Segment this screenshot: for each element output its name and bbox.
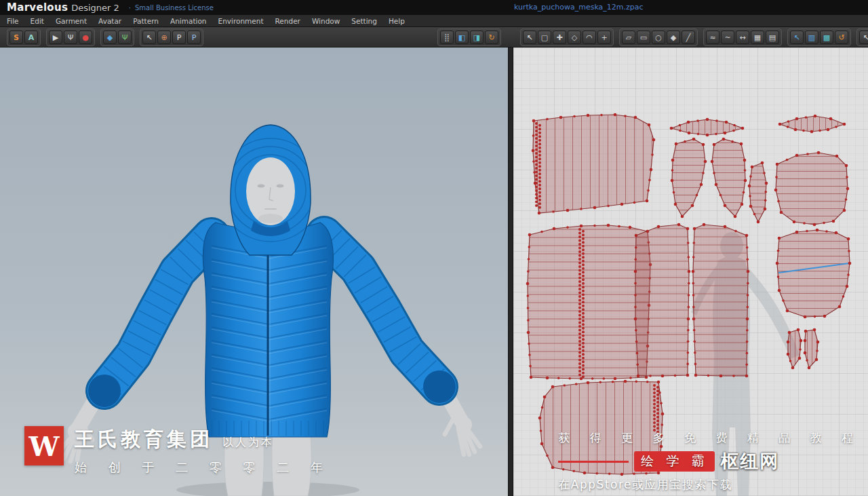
pose-avatar-icon: Ψ: [68, 34, 74, 41]
pattern-piece-hood-back[interactable]: [774, 151, 850, 227]
show-grid-icon: ▩: [823, 34, 830, 41]
box-select-button[interactable]: ▢: [538, 31, 551, 44]
reset-view-icon: ↺: [838, 34, 844, 41]
select-tool-button[interactable]: ↖: [142, 31, 156, 44]
snap-grid-button[interactable]: ⣿: [440, 31, 454, 44]
promo-divider-line: [558, 461, 629, 463]
internal-line-button[interactable]: ╱: [682, 31, 695, 44]
edit-curve-button[interactable]: ◠: [583, 31, 596, 44]
record-button[interactable]: ●: [79, 31, 92, 44]
cursor-icon: ↖: [146, 34, 152, 41]
mode-group: SA: [7, 28, 41, 46]
add-point-icon: +: [601, 34, 607, 41]
add-point-button[interactable]: +: [597, 31, 611, 44]
grading-icon: ▤: [769, 34, 776, 41]
play-icon: ▶: [53, 34, 58, 41]
cursor-icon: ↖: [526, 34, 532, 41]
circle-tool-button[interactable]: ○: [652, 31, 665, 44]
grading-tool-button[interactable]: ▤: [766, 31, 779, 44]
texture-tool-button[interactable]: ▦: [751, 31, 764, 44]
show-garment-button[interactable]: ◆: [103, 31, 117, 44]
app-logo-text: Marvelous: [7, 1, 68, 14]
edit-point-icon: ◇: [572, 34, 577, 41]
edit-point-button[interactable]: ◇: [568, 31, 581, 44]
dart-tool-button[interactable]: ◆: [667, 31, 680, 44]
menu-item-render[interactable]: Render: [275, 17, 300, 25]
reset-view-button[interactable]: ↺: [835, 31, 848, 44]
sync-3d-button[interactable]: ◧: [455, 31, 469, 44]
pin-p-icon: P: [177, 34, 182, 41]
animation-button[interactable]: A: [24, 31, 38, 44]
menu-bar: FileEditGarmentAvatarPatternAnimationEnv…: [0, 15, 868, 27]
seam-group: ≈~↔▦▤: [703, 28, 782, 46]
menu-item-environment[interactable]: Environment: [218, 17, 264, 25]
gizmo-icon: ⊕: [161, 34, 167, 41]
dot-grid-icon: ⣿: [444, 34, 450, 41]
pin-tool-button[interactable]: P: [172, 31, 186, 44]
watermark-founded: 始 创 于 二 零 零 二 年: [75, 459, 332, 476]
wangshi-logo: W: [24, 426, 64, 465]
menu-item-edit[interactable]: Edit: [31, 17, 44, 25]
pattern-piece-side-panel[interactable]: [776, 229, 852, 319]
gizmo-tool-button[interactable]: ⊕: [157, 31, 171, 44]
2d-pattern-viewport[interactable]: [513, 47, 868, 496]
promo-brand: 枢纽网: [720, 449, 779, 474]
avatar-right-eye: [277, 184, 284, 187]
garment-icon: ◆: [107, 34, 113, 41]
watermark-text: 王氏教育集团 以人为本 始 创 于 二 零 零 二 年: [75, 426, 332, 476]
play-button[interactable]: ▶: [49, 31, 62, 44]
pattern-piece-back-panel-left[interactable]: [634, 223, 691, 378]
sync-2d-icon: ◨: [473, 34, 480, 41]
sync-2d-button[interactable]: ◨: [470, 31, 484, 44]
pose-button[interactable]: Ψ: [64, 31, 77, 44]
select-alt-button[interactable]: ↖: [859, 31, 868, 44]
pattern-piece-back-panel-right[interactable]: [692, 223, 750, 378]
menu-item-setting[interactable]: Setting: [351, 17, 377, 25]
open-file-name: kurtka_puchowa_meska_12m.zpac: [514, 3, 644, 12]
promo-line1: 获 得 更 多 免 费 精 品 教 程: [558, 430, 861, 446]
pattern-pin-button[interactable]: P: [187, 31, 201, 44]
show-texture-button[interactable]: ▥: [805, 31, 818, 44]
segment-seam-icon: ≈: [709, 34, 715, 41]
menu-item-animation[interactable]: Animation: [170, 17, 207, 25]
simulation-button[interactable]: S: [9, 31, 23, 44]
menu-item-pattern[interactable]: Pattern: [133, 17, 159, 25]
avatar-head[interactable]: [246, 157, 295, 225]
watermark-slogan: 以人为本: [222, 436, 274, 450]
watermark: W 王氏教育集团 以人为本 始 创 于 二 零 零 二 年: [24, 426, 332, 476]
avatar-left-eye: [258, 184, 265, 187]
free-seam-icon: ~: [724, 34, 730, 41]
pattern-piece-sleeve-top[interactable]: [532, 113, 656, 215]
jacket-right-cuff: [423, 370, 456, 403]
cursor-icon: ↖: [863, 34, 868, 41]
toolbar: SA▶Ψ●◆Ψ↖⊕PP ⣿◧◨↻ ↖▢✚◇◠+▱▭○◆╱≈~↔▦▤ ↖▥▩↺ ↖…: [0, 27, 868, 47]
menu-item-avatar[interactable]: Avatar: [98, 17, 121, 25]
promo-badge: 绘 学 霸: [634, 451, 715, 472]
edit-pattern-button[interactable]: ✚: [553, 31, 566, 44]
draw-group: ▱▭○◆╱: [619, 28, 698, 46]
record-icon: ●: [82, 34, 89, 41]
menu-item-garment[interactable]: Garment: [56, 17, 87, 25]
segment-seam-button[interactable]: ≈: [706, 31, 719, 44]
measure-tool-button[interactable]: ↔: [736, 31, 749, 44]
edit-pattern-icon: ✚: [556, 34, 562, 41]
polygon-tool-button[interactable]: ▱: [622, 31, 635, 44]
pane-divider[interactable]: [508, 47, 513, 496]
show-avatar-button[interactable]: Ψ: [118, 31, 132, 44]
pattern-select-button[interactable]: ↖: [523, 31, 536, 44]
measure-icon: ↔: [739, 34, 745, 41]
sync-select-button[interactable]: ↖: [790, 31, 804, 44]
pattern-piece-front-panel[interactable]: [526, 224, 652, 381]
rectangle-tool-button[interactable]: ▭: [637, 31, 650, 44]
refresh-button[interactable]: ↻: [485, 31, 498, 44]
avatar-icon: Ψ: [122, 34, 128, 41]
menu-item-file[interactable]: File: [7, 17, 19, 25]
2d-pattern-canvas[interactable]: [513, 47, 868, 496]
show-grid-button[interactable]: ▩: [820, 31, 833, 44]
menu-item-window[interactable]: Window: [312, 17, 340, 25]
menu-item-help[interactable]: Help: [389, 17, 405, 25]
edit-curve-icon: ◠: [586, 34, 593, 41]
view-2d-group: ↖▥▩↺: [787, 28, 851, 46]
playback-group: ▶Ψ●: [46, 28, 95, 46]
free-seam-button[interactable]: ~: [721, 31, 734, 44]
